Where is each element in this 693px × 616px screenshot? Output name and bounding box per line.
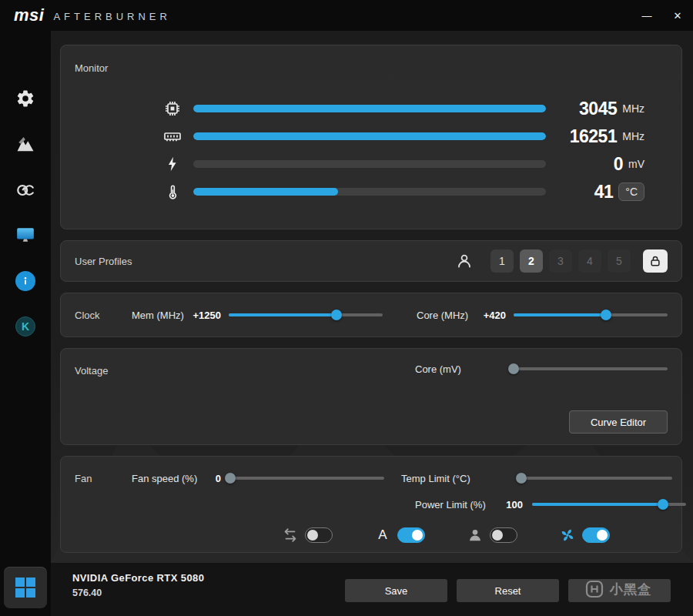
fan-row-2: Power Limit (%) 100 — [61, 494, 681, 515]
voltage-core-label: Core (mV) — [415, 363, 477, 375]
user-fan-toggle[interactable] — [490, 527, 517, 543]
voltage-core-slider-knob[interactable] — [508, 363, 519, 374]
reset-button[interactable]: Reset — [457, 579, 559, 602]
power-limit-slider[interactable] — [532, 497, 686, 512]
fan-speed-slider[interactable] — [230, 470, 384, 486]
sync-toggle[interactable] — [305, 527, 333, 543]
temp-limit-label: Temp Limit (°C) — [401, 473, 481, 484]
temp-limit-slider-knob[interactable] — [516, 473, 527, 484]
fan-speed-label: Fan speed (%) — [132, 473, 198, 484]
obscured-button[interactable] — [568, 579, 671, 602]
voltage-panel: Voltage Core (mV) Curve Editor — [60, 348, 682, 445]
voltage-row: 0 mV — [61, 150, 681, 178]
gpu-clock-bar-fill — [193, 105, 546, 112]
profile-slot-2[interactable]: 2 — [520, 249, 543, 273]
memory-clock-number: 16251 — [570, 126, 617, 147]
clock-panel: Clock Mem (MHz) +1250 Core (MHz) +420 — [60, 293, 682, 337]
save-button[interactable]: Save — [345, 579, 447, 602]
mem-clock-label: Mem (MHz) — [132, 310, 187, 321]
core-clock-slider[interactable] — [514, 307, 668, 323]
mem-clock-slider-knob[interactable] — [331, 310, 342, 320]
voltage-core-row: Core (mV) — [415, 361, 668, 377]
user-profiles-panel: User Profiles 1 2 3 4 5 — [60, 240, 682, 282]
gpu-clock-number: 3045 — [579, 99, 617, 119]
user-fan-toggle-group — [467, 527, 517, 544]
memory-clock-bar — [193, 132, 546, 140]
app-title: AFTERBURNER — [53, 11, 171, 22]
curve-editor-button[interactable]: Curve Editor — [569, 410, 668, 434]
user-profiles-title: User Profiles — [75, 256, 132, 267]
mem-clock-value: +1250 — [187, 310, 221, 321]
windows-start-tile[interactable] — [4, 567, 47, 608]
auto-fan-toggle[interactable] — [397, 527, 425, 543]
footer-bar: NVIDIA GeForce RTX 5080 576.40 Save Rese… — [51, 562, 693, 616]
core-clock-value: +420 — [472, 310, 506, 321]
profile-slot-5[interactable]: 5 — [608, 249, 631, 273]
memory-clock-row: 16251 MHz — [61, 122, 681, 150]
voltage-core-slider[interactable] — [514, 361, 668, 377]
voltage-unit: mV — [628, 158, 644, 170]
temperature-bar — [193, 188, 546, 196]
memory-clock-unit: MHz — [622, 130, 644, 142]
fan-toggle-row: A — [61, 523, 681, 547]
fan-blades-toggle-group — [559, 527, 610, 544]
monitor-panel: Monitor 3045 MHz — [60, 45, 682, 229]
power-limit-slider-knob[interactable] — [658, 499, 668, 510]
driver-version: 576.40 — [72, 588, 204, 598]
gpu-clock-bar — [193, 105, 546, 112]
monitor-title: Monitor — [75, 62, 108, 74]
profile-slot-4[interactable]: 4 — [578, 249, 601, 273]
fan-panel: Fan Fan speed (%) 0 Temp Limit (°C) Powe… — [60, 456, 682, 553]
temp-limit-slider[interactable] — [518, 470, 672, 486]
temperature-value: 41 °C — [558, 182, 644, 203]
info-icon[interactable] — [0, 270, 51, 292]
fan-speed-slider-knob[interactable] — [225, 473, 236, 484]
power-limit-value: 100 — [495, 499, 523, 511]
fan-blades-toggle[interactable] — [582, 527, 610, 543]
voltage-title: Voltage — [75, 365, 108, 377]
mem-clock-slider[interactable] — [229, 307, 383, 323]
auto-fan-icon: A — [374, 527, 391, 543]
profile-slot-1[interactable]: 1 — [490, 249, 514, 273]
window-controls: — ✕ — [631, 0, 693, 31]
benchmark-icon[interactable] — [0, 134, 51, 156]
main-area: Monitor 3045 MHz — [51, 31, 693, 616]
oc-scanner-icon[interactable] — [0, 179, 51, 201]
temperature-row: 41 °C — [61, 178, 681, 206]
memory-clock-bar-fill — [193, 132, 546, 140]
fan-row-1: Fan speed (%) 0 Temp Limit (°C) — [61, 467, 681, 489]
kombustor-icon[interactable]: K — [0, 316, 51, 337]
auto-fan-toggle-group: A — [374, 527, 425, 543]
gpu-clock-row: 3045 MHz — [61, 95, 681, 122]
gpu-clock-unit: MHz — [622, 102, 644, 115]
minimize-button[interactable]: — — [631, 0, 662, 31]
titlebar: msi AFTERBURNER — ✕ — [0, 0, 693, 31]
power-limit-label: Power Limit (%) — [415, 499, 495, 511]
gpu-name: NVIDIA GeForce RTX 5080 — [72, 572, 204, 584]
temperature-bar-fill — [193, 188, 338, 196]
sync-link-icon — [282, 527, 299, 544]
temperature-number: 41 — [594, 182, 614, 203]
sync-toggle-group — [282, 527, 333, 544]
profile-lock-button[interactable] — [643, 249, 668, 273]
memory-clock-value: 16251 MHz — [558, 126, 644, 147]
gpu-chip-icon — [161, 99, 184, 118]
settings-gear-icon[interactable] — [0, 88, 51, 109]
profile-slot-3[interactable]: 3 — [549, 249, 572, 273]
close-button[interactable]: ✕ — [662, 0, 693, 31]
msi-logo: msi — [14, 5, 44, 25]
voltage-value: 0 mV — [558, 154, 644, 175]
voltage-bolt-icon — [161, 156, 184, 172]
clock-title: Clock — [75, 310, 132, 321]
monitor-display-icon[interactable] — [0, 224, 51, 246]
windows-logo-icon — [15, 578, 35, 598]
gpu-info: NVIDIA GeForce RTX 5080 576.40 — [72, 572, 204, 598]
core-clock-label: Core (MHz) — [417, 310, 472, 321]
gpu-clock-value: 3045 MHz — [558, 99, 644, 119]
core-clock-slider-knob[interactable] — [601, 310, 611, 320]
profile-user-icon — [455, 252, 474, 270]
memory-icon — [161, 127, 184, 146]
fan-speed-value: 0 — [198, 473, 221, 484]
sidebar: K — [0, 31, 51, 616]
voltage-bar — [193, 160, 546, 168]
